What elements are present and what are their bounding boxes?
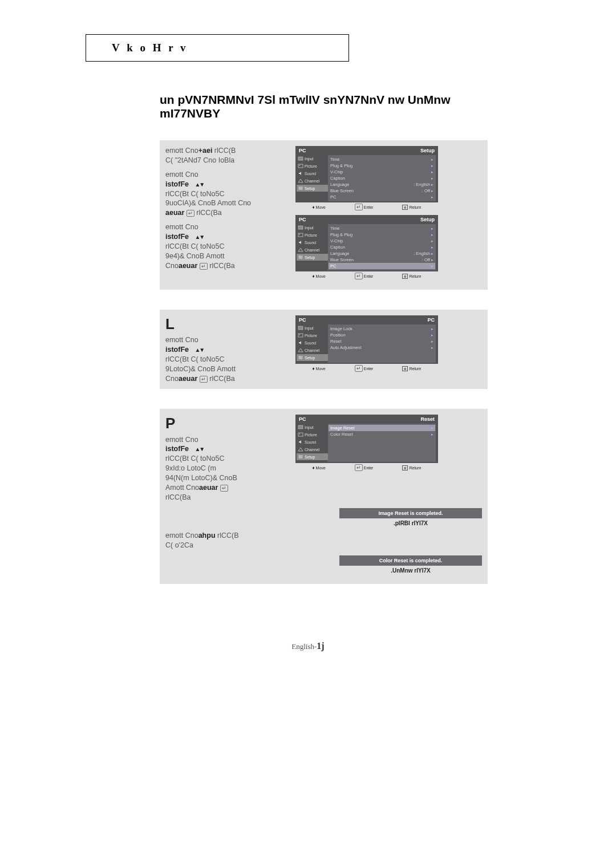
osd-title-left: PC: [299, 148, 306, 153]
step-1-text: emott Cno+aei rlCC(B C( "2tANd7 Cno IoBl…: [165, 145, 295, 284]
svg-point-2: [299, 165, 301, 166]
osd-side-input: Input: [297, 224, 328, 231]
svg-rect-1: [298, 164, 303, 168]
enter-icon: ↵: [200, 376, 208, 383]
osd-side-channel: Channel: [297, 177, 328, 184]
osd-title-left: PC: [299, 217, 306, 222]
step-block-1: emott Cno+aei rlCC(B C( "2tANd7 Cno IoBl…: [160, 140, 488, 290]
osd-menu: Time ▸Plug & Plug ▸V-Chip ▸Caption ▸Lang…: [328, 224, 436, 270]
osd-row: Language: English ▸: [330, 250, 433, 257]
osd-foot-return: Ⅲ Return: [402, 365, 421, 372]
osd-side-channel: Channel: [297, 446, 328, 453]
page-footer: English-1j: [86, 641, 530, 651]
osd-side-picture: Picture: [297, 431, 328, 438]
svg-rect-12: [298, 326, 303, 330]
page-heading: un pVN7NRMNvI 7Sl mTwlIV snYN7NnV nw UnM…: [160, 93, 513, 120]
svg-rect-22: [300, 455, 301, 459]
osd-side-picture: Picture: [297, 332, 328, 339]
osd-foot-return: Ⅲ Return: [402, 273, 421, 279]
svg-rect-15: [299, 356, 299, 359]
step-2-num: L: [165, 314, 291, 334]
osd-side-channel: Channel: [297, 347, 328, 354]
osd-screenshot-4: PCReset InputPictureSoundChannelSetup Im…: [295, 415, 438, 472]
osd-row: V-Chip ▸: [330, 169, 433, 175]
title-box-text: V k o H r v: [112, 42, 188, 54]
svg-rect-10: [300, 255, 301, 259]
osd-title-right: PC: [427, 317, 435, 323]
osd-row: Plug & Plug ▸: [330, 232, 433, 238]
svg-point-14: [299, 334, 301, 335]
osd-row: Reset ▸: [330, 338, 433, 344]
svg-rect-16: [300, 356, 301, 359]
svg-rect-21: [299, 455, 299, 459]
osd-side-channel: Channel: [297, 246, 328, 253]
osd-foot-return: Ⅲ Return: [402, 204, 421, 210]
caption-image-reset: .pIRBI rIYI7X: [339, 518, 482, 531]
step-3-text: P emott Cno istofFe ▲▼ rlCC(Bt C( toNo5C…: [165, 413, 295, 502]
caption-color-reset: .UnMnw rIYI7X: [339, 566, 482, 578]
osd-row: Blue Screen: Off ▸: [330, 188, 433, 194]
osd-menu: Image Lock ▸Position ▸Reset ▸Auto Adjust…: [328, 324, 436, 363]
osd-foot-enter: ↵ Enter: [355, 365, 374, 372]
osd-foot-move: ♦ Move: [313, 273, 326, 279]
svg-rect-6: [298, 226, 303, 229]
osd-row: Caption ▸: [330, 244, 433, 250]
osd-side-setup: Setup: [297, 185, 328, 192]
up-down-arrows-icon: ▲▼: [194, 347, 204, 353]
osd-foot-move: ♦ Move: [313, 365, 326, 372]
svg-rect-9: [299, 255, 299, 259]
osd-footer: ♦ Move ↵ Enter Ⅲ Return: [295, 463, 438, 472]
osd-row: Auto Adjustment ▸: [330, 344, 433, 351]
up-down-arrows-icon: ▲▼: [194, 181, 204, 188]
osd-foot-enter: ↵ Enter: [355, 464, 374, 471]
osd-foot-enter: ↵ Enter: [355, 273, 374, 279]
osd-title-right: Setup: [420, 148, 435, 153]
osd-footer: ♦ Move ↵ Enter Ⅲ Return: [295, 202, 438, 212]
osd-side-setup: Setup: [297, 254, 328, 261]
osd-side-input: Input: [297, 155, 328, 162]
osd-side-sound: Sound: [297, 339, 328, 346]
osd-side-setup: Setup: [297, 354, 328, 361]
svg-rect-19: [298, 433, 303, 436]
osd-screenshot-3: PCPC InputPictureSoundChannelSetup Image…: [295, 315, 438, 373]
osd-row: Image Lock ▸: [330, 326, 433, 332]
osd-row: V-Chip ▸: [330, 238, 433, 244]
svg-rect-4: [300, 186, 301, 190]
osd-foot-move: ♦ Move: [313, 204, 326, 210]
svg-rect-17: [302, 356, 302, 359]
osd-side-picture: Picture: [297, 163, 328, 169]
banner-color-reset: Color Reset is completed.: [339, 555, 482, 566]
step-block-2: L emott Cno istofFe ▲▼ rlCC(Bt C( toNo5C…: [160, 310, 488, 389]
osd-footer: ♦ Move ↵ Enter Ⅲ Return: [295, 271, 438, 281]
osd-row: Color Reset ▸: [330, 431, 433, 437]
osd-side-sound: Sound: [297, 239, 328, 246]
osd-row: Blue Screen: Off ▸: [330, 257, 433, 263]
osd-title-right: Setup: [420, 217, 435, 222]
enter-icon: ↵: [220, 485, 228, 492]
osd-foot-return: Ⅲ Return: [402, 464, 421, 471]
svg-rect-23: [302, 455, 302, 459]
osd-row: Position ▸: [330, 332, 433, 338]
osd-menu: Image Reset ▸Color Reset ▸: [328, 424, 436, 462]
osd-footer: ♦ Move ↵ Enter Ⅲ Return: [295, 364, 438, 373]
osd-row: Time ▸: [330, 156, 433, 163]
osd-sidebar: InputPictureSoundChannelSetup: [295, 154, 328, 202]
svg-rect-0: [298, 157, 303, 160]
title-box: V k o H r v: [86, 34, 349, 62]
step-3-num: P: [165, 413, 291, 433]
svg-rect-3: [299, 186, 299, 190]
up-down-arrows-icon: ▲▼: [194, 446, 204, 452]
osd-sidebar: InputPictureSoundChannelSetup: [295, 223, 328, 271]
step-2-text: L emott Cno istofFe ▲▼ rlCC(Bt C( toNo5C…: [165, 314, 295, 383]
enter-icon: ↵: [187, 210, 194, 217]
svg-rect-11: [302, 255, 302, 259]
osd-title-left: PC: [299, 416, 306, 422]
osd-side-input: Input: [297, 424, 328, 431]
osd-row: Time ▸: [330, 225, 433, 232]
banner-image-reset: Image Reset is completed.: [339, 508, 482, 518]
osd-row: Plug & Plug ▸: [330, 163, 433, 169]
osd-foot-enter: ↵ Enter: [355, 204, 374, 210]
osd-row: PC ▸: [330, 194, 433, 200]
svg-rect-13: [298, 334, 303, 337]
osd-row: Image Reset ▸: [329, 425, 435, 431]
